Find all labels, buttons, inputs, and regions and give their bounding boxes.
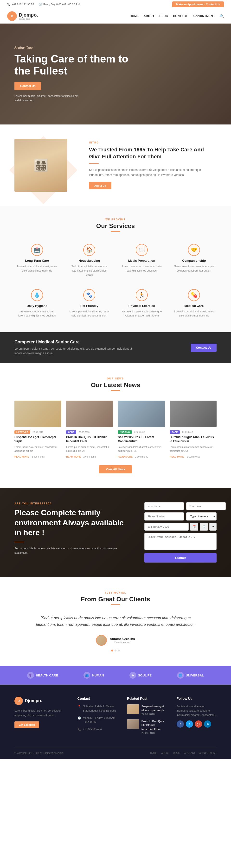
medical-contact-btn[interactable]: Contact Us — [191, 344, 216, 352]
news-date-3: 22.09.2018 — [182, 431, 193, 433]
footer-contact-title: Contact — [78, 697, 117, 701]
brand-name-1: HUMAN — [92, 674, 104, 677]
hero-content: Senior Care Taking Care of them to the F… — [15, 46, 135, 102]
about-section: 👨‍👩‍👧‍👦 INTRO We Trusted From 1995 To He… — [0, 124, 231, 206]
read-more-3[interactable]: READ MORE — [170, 455, 184, 458]
appointment-topbar-btn[interactable]: Make an Appointment - Contact Us — [172, 1, 224, 7]
dot-2[interactable] — [115, 650, 116, 651]
form-submit-btn[interactable]: Submit — [144, 553, 216, 563]
comments-1: 2 comments — [83, 455, 96, 458]
test-author-name: Antoine Grealins — [110, 637, 135, 641]
form-name-input[interactable] — [144, 502, 184, 510]
footer-phone: 📞 +1 838-000-464 — [78, 727, 117, 732]
nav-blog[interactable]: BLOG — [159, 14, 168, 18]
dot-1[interactable] — [111, 650, 113, 651]
calendar-btn[interactable]: 📅 — [190, 523, 198, 531]
service-desc-7: Lorem ipsum dolor sit amet, natus salo d… — [174, 310, 214, 318]
test-quote: "Sed ut perspiciatis unde omnis iste nat… — [31, 615, 200, 628]
brand-name-2: SOULIFE — [138, 674, 152, 677]
nav-appointment[interactable]: APPOINTMENT — [193, 14, 215, 18]
service-item-2: 🍽️ Meals Preparation At vero eos et accu… — [119, 242, 164, 279]
brand-2: ◆ SOULIFE — [129, 672, 152, 679]
read-more-2[interactable]: READ MORE — [118, 455, 133, 458]
view-all-btn[interactable]: View All News — [99, 465, 132, 473]
footer-follow-text: Sectetr eiusmod tempor incididunt ut lab… — [177, 704, 216, 717]
service-name-1: Housekeeping — [69, 259, 110, 262]
test-intro-label: TESTIMONIAL — [15, 591, 216, 594]
read-more-0[interactable]: READ MORE — [15, 455, 29, 458]
footer-nav-blog[interactable]: BLOG — [173, 752, 180, 754]
form-service-select[interactable]: Type of service — [186, 512, 216, 521]
clock-footer-icon: 🕐 — [78, 716, 81, 720]
about-img: 👨‍👩‍👧‍👦 — [15, 139, 67, 192]
dot-3[interactable] — [118, 650, 120, 651]
brand-icon-0: ⚕️ — [27, 672, 34, 679]
refresh-btn[interactable]: ↺ — [209, 523, 216, 531]
hours-text: Monday – Friday: 08:00 AM – 06:00 PM — [83, 716, 117, 724]
form-message-input[interactable] — [144, 533, 216, 550]
about-btn[interactable]: About Us — [89, 182, 111, 189]
google-plus-icon[interactable]: g+ — [195, 720, 202, 728]
nav-about[interactable]: ABOUT — [144, 14, 154, 18]
brand-name-3: UNIVERSAL — [186, 674, 204, 677]
brand-1: 👥 HUMAN — [84, 672, 104, 679]
brand-0: ⚕️ HEALTH CARE — [27, 672, 58, 679]
time-btn[interactable]: 🕐 — [200, 523, 208, 531]
news-date-0: 22.09.2018 — [32, 431, 43, 433]
form-name-email-row — [144, 502, 216, 510]
footer-getlocation-btn[interactable]: Get Location — [15, 721, 39, 728]
twitter-icon[interactable]: t — [186, 720, 193, 728]
service-name-0: Long Term Care — [17, 259, 57, 262]
logo-icon: D — [7, 11, 17, 21]
search-icon[interactable]: 🔍 — [220, 14, 224, 18]
social-icons: f t g+ in — [177, 720, 216, 728]
news-actions-1: READ MORE 2 comments — [66, 455, 113, 458]
phone-text: +1 838-000-464 — [83, 727, 102, 732]
service-desc-0: Lorem ipsum dolor sit amet, natus salo d… — [17, 264, 57, 273]
service-name-5: Pet Friendly — [69, 304, 110, 308]
form-email-input[interactable] — [186, 502, 226, 510]
brand-icon-1: 👥 — [84, 672, 90, 679]
form-phone-input[interactable] — [144, 512, 184, 521]
cta-left: ARE YOU INTERESTED? Please Complete fami… — [15, 502, 130, 555]
footer-nav-contact[interactable]: CONTACT — [184, 752, 195, 754]
linkedin-icon[interactable]: in — [204, 720, 211, 728]
news-img-2 — [118, 401, 165, 427]
form-date-input[interactable] — [144, 523, 189, 531]
brand-name-0: HEALTH CARE — [36, 674, 58, 677]
news-img-3 — [170, 401, 216, 427]
services-title: Our Services — [15, 222, 216, 230]
footer-nav-appointment[interactable]: APPOINTMENT — [199, 752, 216, 754]
footer-nav: HOME ABOUT BLOG CONTACT APPOINTMENT — [150, 752, 216, 754]
logo-sub: Senior Care — [19, 18, 38, 20]
news-tag-3: CARE — [170, 430, 180, 434]
service-desc-2: At vero eos et accusamus et iusto salo d… — [121, 264, 162, 273]
footer-nav-home[interactable]: HOME — [150, 752, 157, 754]
service-desc-3: Nemo enim ipsam voluptatem que voluptas … — [174, 264, 214, 273]
news-actions-0: READ MORE 2 comments — [15, 455, 61, 458]
service-name-6: Physical Exercise — [121, 304, 162, 308]
nav-contact[interactable]: CONTACT — [173, 14, 188, 18]
we-provide-label: WE PROVIDE — [15, 218, 216, 221]
service-item-3: 🤝 Companionship Nemo enim ipsam voluptat… — [172, 242, 217, 279]
service-icon-5: 🐾 — [83, 289, 95, 301]
news-title: Our Latest News — [15, 381, 216, 389]
news-text-1: Lorem ipsum dolor sit amet, consectetur … — [66, 445, 113, 453]
top-bar: 📞 +62 818 171 90 78 🕐 Every Day 8:00 AM … — [0, 0, 231, 9]
footer-nav-about[interactable]: ABOUT — [161, 752, 169, 754]
footer-col-follow: Follow Us Sectetr eiusmod tempor incidid… — [177, 697, 216, 738]
facebook-icon[interactable]: f — [177, 720, 184, 728]
hero-title: Taking Care of them to the Fullest — [15, 53, 135, 77]
nav-home[interactable]: HOME — [130, 14, 139, 18]
medical-banner-text: Competent Medical Senior Care Lorem ipsu… — [15, 340, 135, 356]
footer-post-text-1: Proin In Orci Quis Elit Blandit Imperdie… — [142, 719, 167, 735]
news-card-1: CARE 22.09.2018 Proin In Orci Quis Elit … — [66, 401, 113, 458]
news-date-1: 22.09.2018 — [79, 431, 89, 433]
test-author-info: Antoine Grealins Businessman — [110, 637, 135, 644]
read-more-1[interactable]: READ MORE — [66, 455, 81, 458]
cta-text: Sed ut perspiciatis unde omnis iste natu… — [15, 546, 130, 555]
hero-cta-btn[interactable]: Contact Us — [15, 82, 41, 90]
footer-post-img-1 — [127, 719, 139, 729]
footer-logo: D Djompo. — [15, 697, 68, 705]
service-name-7: Medical Care — [174, 304, 214, 308]
